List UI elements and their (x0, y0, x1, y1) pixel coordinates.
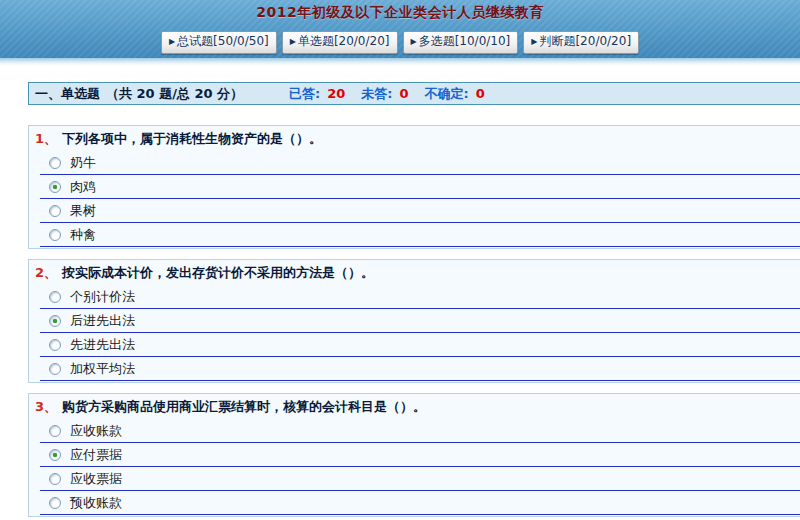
question-title: 2、按实际成本计价，发出存货计价不采用的方法是（）。 (29, 260, 800, 285)
radio-button[interactable] (49, 473, 61, 485)
radio-button[interactable] (49, 181, 61, 193)
nav-button-multi-choice[interactable]: ▶多选题[10/0/10] (403, 31, 519, 54)
radio-button[interactable] (49, 425, 61, 437)
answer-stats: 已答:20 未答:0 不确定:0 (289, 86, 485, 101)
option-label: 个别计价法 (70, 290, 135, 304)
question-text: 下列各项中，属于消耗性生物资产的是（）。 (62, 131, 322, 146)
option-row[interactable]: 种禽 (40, 223, 800, 247)
stat-value: 0 (476, 86, 485, 101)
option-row[interactable]: 后进先出法 (40, 309, 800, 333)
question-block-2: 2、按实际成本计价，发出存货计价不采用的方法是（）。 个别计价法 后进先出法 先… (28, 259, 800, 383)
section-header: 一、单选题 （共 20 题/总 20 分） 已答:20 未答:0 不确定:0 (28, 82, 800, 105)
radio-button[interactable] (49, 157, 61, 169)
stat-value: 0 (400, 86, 409, 101)
option-label: 应收账款 (70, 424, 122, 438)
header-fade-strip (0, 58, 800, 66)
stat-unsure: 不确定:0 (425, 86, 485, 101)
option-label: 应付票据 (70, 448, 122, 462)
option-row[interactable]: 果树 (40, 199, 800, 223)
question-text: 按实际成本计价，发出存货计价不采用的方法是（）。 (62, 265, 374, 280)
stat-label: 未答: (361, 86, 392, 101)
option-row[interactable]: 应付票据 (40, 443, 800, 467)
option-row[interactable]: 加权平均法 (40, 357, 800, 381)
option-row[interactable]: 个别计价法 (40, 285, 800, 309)
arrow-right-icon: ▶ (411, 37, 417, 46)
nav-button-label: 多选题[10/0/10] (419, 34, 511, 48)
stat-answered: 已答:20 (289, 86, 345, 101)
option-label: 加权平均法 (70, 362, 135, 376)
question-title: 3、购货方采购商品使用商业汇票结算时，核算的会计科目是（）。 (29, 394, 800, 419)
radio-button[interactable] (49, 339, 61, 351)
exam-page: 2012年初级及以下企业类会计人员继续教育 ▶总试题[50/0/50] ▶单选题… (0, 0, 800, 517)
question-number: 2、 (35, 265, 57, 280)
radio-button[interactable] (49, 363, 61, 375)
option-row[interactable]: 先进先出法 (40, 333, 800, 357)
option-label: 预收账款 (70, 496, 122, 510)
option-label: 种禽 (70, 228, 96, 242)
arrow-right-icon: ▶ (169, 37, 175, 46)
question-number: 3、 (35, 399, 57, 414)
option-row[interactable]: 应收票据 (40, 467, 800, 491)
stat-unanswered: 未答:0 (361, 86, 408, 101)
stat-label: 不确定: (425, 86, 469, 101)
option-row[interactable]: 应收账款 (40, 419, 800, 443)
option-row[interactable]: 预收账款 (40, 491, 800, 515)
question-block-1: 1、下列各项中，属于消耗性生物资产的是（）。 奶牛 肉鸡 果树 种禽 (28, 125, 800, 249)
option-label: 后进先出法 (70, 314, 135, 328)
nav-button-row: ▶总试题[50/0/50] ▶单选题[20/0/20] ▶多选题[10/0/10… (0, 31, 800, 54)
section-title: 一、单选题 (35, 86, 100, 101)
question-number: 1、 (35, 131, 57, 146)
section-count: （共 20 题/总 20 分） (106, 86, 243, 101)
question-block-3: 3、购货方采购商品使用商业汇票结算时，核算的会计科目是（）。 应收账款 应付票据… (28, 393, 800, 517)
question-title: 1、下列各项中，属于消耗性生物资产的是（）。 (29, 126, 800, 151)
radio-button[interactable] (49, 291, 61, 303)
nav-button-single-choice[interactable]: ▶单选题[20/0/20] (282, 31, 398, 54)
radio-button[interactable] (49, 497, 61, 509)
radio-button[interactable] (49, 449, 61, 461)
option-label: 奶牛 (70, 156, 96, 170)
nav-button-label: 判断题[20/0/20] (539, 34, 631, 48)
nav-button-label: 单选题[20/0/20] (298, 34, 390, 48)
option-row[interactable]: 奶牛 (40, 151, 800, 175)
radio-button[interactable] (49, 205, 61, 217)
option-row[interactable]: 肉鸡 (40, 175, 800, 199)
question-text: 购货方采购商品使用商业汇票结算时，核算的会计科目是（）。 (62, 399, 426, 414)
page-title: 2012年初级及以下企业类会计人员继续教育 (0, 0, 800, 22)
radio-button[interactable] (49, 229, 61, 241)
nav-button-true-false[interactable]: ▶判断题[20/0/20] (523, 31, 639, 54)
arrow-right-icon: ▶ (290, 37, 296, 46)
nav-button-label: 总试题[50/0/50] (177, 34, 269, 48)
nav-button-all-questions[interactable]: ▶总试题[50/0/50] (161, 31, 277, 54)
header-banner: 2012年初级及以下企业类会计人员继续教育 ▶总试题[50/0/50] ▶单选题… (0, 0, 800, 58)
stat-label: 已答: (289, 86, 320, 101)
option-label: 果树 (70, 204, 96, 218)
radio-button[interactable] (49, 315, 61, 327)
exam-content: 一、单选题 （共 20 题/总 20 分） 已答:20 未答:0 不确定:0 1… (0, 66, 800, 517)
option-label: 应收票据 (70, 472, 122, 486)
option-label: 肉鸡 (70, 180, 96, 194)
stat-value: 20 (327, 86, 345, 101)
option-label: 先进先出法 (70, 338, 135, 352)
arrow-right-icon: ▶ (531, 37, 537, 46)
